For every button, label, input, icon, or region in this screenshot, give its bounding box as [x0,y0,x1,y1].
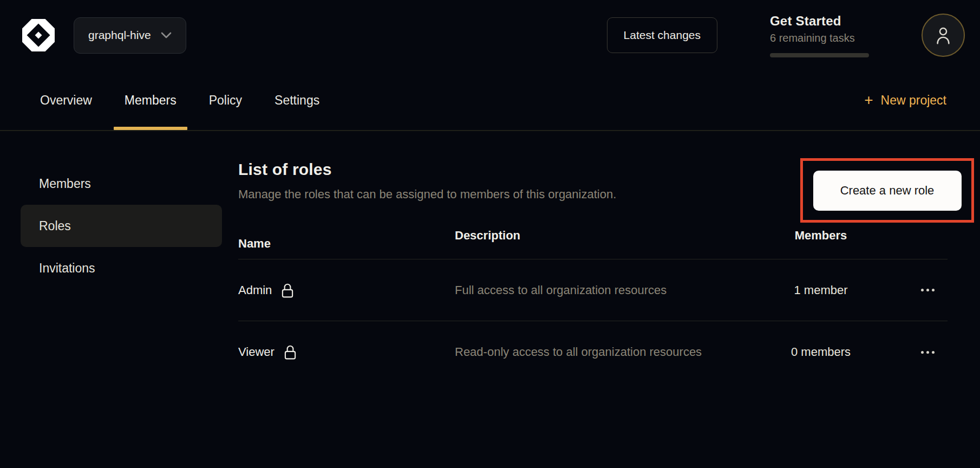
role-name-cell: Viewer [238,344,455,360]
role-description-cell: Full access to all organization resource… [455,280,758,300]
tab-list: Overview Members Policy Settings [38,70,322,130]
top-bar-right: Latest changes Get Started 6 remaining t… [607,14,965,57]
table-header-row: Name Description Members [238,229,948,259]
lock-icon [283,344,297,360]
create-new-role-button[interactable]: Create a new role [813,171,962,211]
tab-settings[interactable]: Settings [272,70,322,130]
dot [926,289,929,291]
role-members-cell: 0 members [758,345,884,359]
top-bar: graphql-hive Latest changes Get Started … [0,0,980,70]
sidebar: Members Roles Invitations [0,131,238,468]
new-project-label: New project [881,93,946,108]
row-actions-ellipsis-icon[interactable] [916,283,940,297]
content-area: Members Roles Invitations List of roles … [0,131,980,468]
column-header-actions [884,229,948,259]
role-name: Viewer [238,345,275,359]
get-started-widget[interactable]: Get Started 6 remaining tasks [770,14,870,57]
column-header-description: Description [455,229,758,259]
sidebar-item-invitations[interactable]: Invitations [21,247,222,289]
dot [926,351,929,354]
table-row-admin: Admin Full access to all organization re… [238,259,948,321]
new-project-link[interactable]: + New project [864,70,946,130]
role-description: Full access to all organization resource… [455,280,720,300]
row-actions-ellipsis-icon[interactable] [916,346,940,359]
role-name-cell: Admin [238,282,455,298]
org-selector-label: graphql-hive [88,29,151,42]
role-description: Read-only access to all organization res… [455,342,720,362]
sidebar-item-label: Roles [39,219,71,233]
chevron-down-icon [161,32,172,38]
role-actions-cell [884,346,948,359]
sidebar-item-label: Invitations [39,261,95,276]
annotation-highlight-box: Create a new role [800,158,974,223]
top-bar-left: graphql-hive [21,17,186,54]
sidebar-item-members[interactable]: Members [21,162,222,205]
tab-policy[interactable]: Policy [207,70,244,130]
column-header-name: Name [238,229,455,259]
role-members-cell: 1 member [758,283,884,297]
dot [932,351,935,354]
tab-bar: Overview Members Policy Settings + New p… [0,70,980,131]
tab-overview[interactable]: Overview [38,70,94,130]
roles-table: Name Description Members Admin Full a [238,229,948,383]
role-name: Admin [238,283,272,297]
sidebar-item-label: Members [39,177,91,191]
get-started-title: Get Started [770,14,870,29]
org-selector-button[interactable]: graphql-hive [74,17,186,54]
tab-members[interactable]: Members [122,70,179,130]
hive-logo-icon[interactable] [21,17,56,53]
dot [921,351,924,354]
app-root: graphql-hive Latest changes Get Started … [0,0,980,468]
column-header-members: Members [758,229,884,259]
lock-icon [280,282,295,298]
sidebar-item-roles[interactable]: Roles [21,205,222,247]
avatar-button[interactable] [922,14,965,57]
get-started-progress-bar [770,53,869,57]
latest-changes-button[interactable]: Latest changes [607,17,717,53]
role-actions-cell [884,283,948,297]
dot [932,289,935,291]
dot [921,289,924,291]
person-icon [934,25,952,45]
plus-icon: + [864,93,873,108]
table-row-viewer: Viewer Read-only access to all organizat… [238,321,948,383]
role-description-cell: Read-only access to all organization res… [455,342,758,362]
get-started-remaining-tasks: 6 remaining tasks [770,32,870,44]
